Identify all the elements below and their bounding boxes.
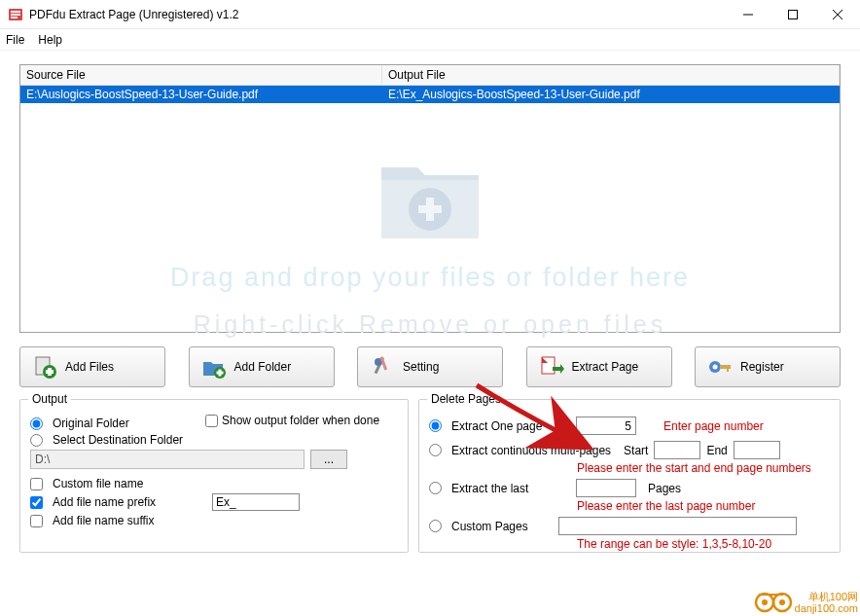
svg-rect-5 [789,10,798,18]
svg-rect-2 [11,14,20,16]
pages-label: Pages [648,482,681,495]
end-label: End [706,444,727,457]
file-list-header: Source File Output File [20,65,840,86]
svg-point-27 [762,599,768,605]
dest-path-input [30,450,305,469]
col-source[interactable]: Source File [20,65,382,85]
add-folder-button[interactable]: Add Folder [189,346,335,387]
custom-pages-label: Custom Pages [451,520,553,533]
svg-point-23 [713,365,718,370]
add-files-label: Add Files [65,360,114,374]
watermark-line2: danji100.com [795,602,858,614]
setting-button[interactable]: Setting [357,346,503,387]
content-area: Source File Output File E:\Auslogics-Boo… [0,51,860,562]
browse-button[interactable]: ... [310,450,347,469]
start-label: Start [624,444,648,457]
last-input[interactable] [576,479,636,497]
extract-page-label: Extract Page [572,360,639,374]
register-button[interactable]: Register [695,346,841,387]
close-button[interactable] [815,0,860,29]
output-group: Output Show output folder when done Orig… [19,399,409,553]
extract-page-icon [539,354,564,380]
last-hint: Please enter the last page number [577,499,830,513]
original-folder-label: Original Folder [53,417,129,430]
delete-pages-group: Delete Pages Extract One page Enter page… [418,399,841,553]
folder-add-icon [376,153,484,245]
extract-multi-radio[interactable] [429,444,442,456]
multi-hint: Please enter the start and end page numb… [577,461,830,475]
svg-rect-9 [426,198,434,221]
suffix-label: Add file name suffix [53,514,155,527]
toolbar: Add Files Add Folder Setting Extract Pag… [19,333,841,399]
setting-icon [370,354,395,380]
svg-rect-24 [720,365,731,369]
select-dest-radio[interactable] [30,434,43,447]
prefix-label: Add file name prefix [53,495,177,509]
extract-last-radio[interactable] [429,482,442,494]
svg-rect-17 [216,372,223,375]
maximize-button[interactable] [770,0,815,29]
prefix-checkbox[interactable] [30,496,43,509]
app-icon [8,7,23,22]
col-output[interactable]: Output File [382,65,840,85]
show-output-label: Show output folder when done [222,414,379,427]
file-output-cell: E:\Ex_Auslogics-BoostSpeed-13-User-Guide… [382,86,840,103]
add-files-icon [32,354,57,380]
suffix-checkbox[interactable] [30,515,43,527]
select-dest-label: Select Destination Folder [53,433,183,447]
register-icon [707,354,733,380]
drop-line1: Drag and drop your files or folder here [170,263,690,293]
extract-one-label: Extract One page [451,419,570,433]
end-input[interactable] [734,441,780,459]
dropzone-hint: Drag and drop your files or folder here … [20,153,840,339]
watermark-icon [754,592,793,613]
file-source-cell: E:\Auslogics-BoostSpeed-13-User-Guide.pd… [20,86,382,103]
add-files-button[interactable]: Add Files [19,346,165,387]
start-input[interactable] [654,441,700,459]
menu-file[interactable]: File [6,33,24,47]
window-title: PDFdu Extract Page (Unregistered) v1.2 [29,8,726,21]
svg-rect-10 [418,205,442,213]
prefix-input[interactable] [212,493,300,511]
svg-rect-3 [11,17,18,18]
output-title: Output [28,392,71,406]
svg-rect-1 [11,11,20,13]
custom-name-checkbox[interactable] [30,478,43,490]
custom-pages-input[interactable] [558,517,797,535]
delete-title: Delete Pages [427,392,505,406]
svg-rect-14 [46,370,54,374]
menu-help[interactable]: Help [38,33,62,47]
extract-last-label: Extract the last [451,482,570,495]
minimize-button[interactable] [726,0,770,29]
register-label: Register [740,360,784,374]
original-folder-radio[interactable] [30,417,43,430]
one-page-input[interactable] [576,417,636,435]
add-folder-label: Add Folder [234,360,292,374]
custom-name-label: Custom file name [53,477,143,490]
show-output-row: Show output folder when done [205,414,379,427]
svg-rect-25 [727,365,729,372]
watermark: 单机100网 danji100.com [754,591,858,614]
setting-label: Setting [403,360,439,374]
custom-hint: The range can be style: 1,3,5-8,10-20 [577,537,830,551]
extract-page-button[interactable]: Extract Page [526,346,672,387]
show-output-checkbox[interactable] [205,415,218,427]
file-row[interactable]: E:\Auslogics-BoostSpeed-13-User-Guide.pd… [20,86,840,103]
menubar: File Help [0,29,860,51]
add-folder-icon [201,354,227,380]
lower-panel: Output Show output folder when done Orig… [19,399,841,553]
extract-one-radio[interactable] [429,419,442,432]
svg-point-8 [409,188,451,231]
one-hint: Enter page number [663,419,764,433]
extract-multi-label: Extract continuous multi-pages [451,444,611,457]
custom-pages-radio[interactable] [429,520,442,532]
svg-point-29 [779,599,785,605]
file-list-panel[interactable]: Source File Output File E:\Auslogics-Boo… [19,64,841,333]
titlebar: PDFdu Extract Page (Unregistered) v1.2 [0,0,860,29]
watermark-line1: 单机100网 [795,591,858,602]
